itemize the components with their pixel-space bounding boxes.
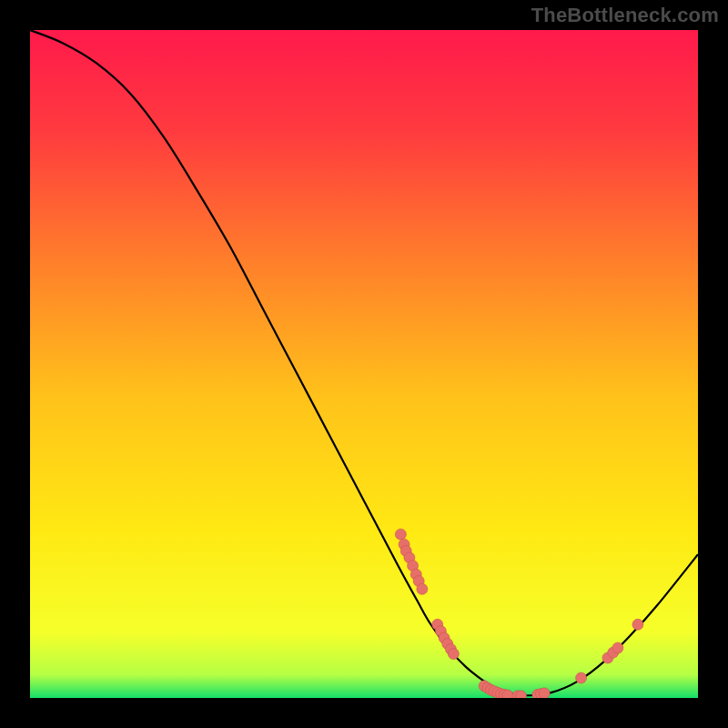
data-point <box>632 619 643 630</box>
data-points <box>395 529 643 698</box>
data-point <box>502 690 513 698</box>
chart-frame: TheBottleneck.com <box>0 0 728 728</box>
data-point <box>448 649 459 660</box>
bottleneck-curve <box>30 30 698 695</box>
data-point <box>395 529 406 540</box>
chart-overlay <box>30 30 698 698</box>
data-point <box>576 672 587 683</box>
watermark-text: TheBottleneck.com <box>531 4 719 27</box>
data-point <box>539 688 550 698</box>
data-point <box>417 583 428 594</box>
data-point <box>612 642 623 653</box>
plot-area <box>30 30 698 698</box>
